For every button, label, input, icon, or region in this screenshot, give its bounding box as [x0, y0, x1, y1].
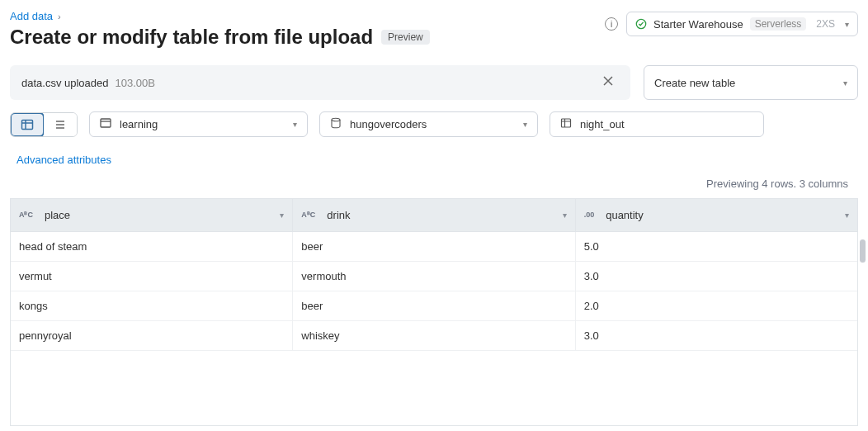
table-cell: vermouth — [293, 262, 575, 291]
table-name-value: night_out — [580, 118, 753, 130]
page-title: Create or modify table from file upload — [10, 26, 373, 49]
uploaded-file-name: data.csv uploaded — [21, 77, 109, 89]
table-row: kongs beer 2.0 — [11, 291, 857, 321]
column-header[interactable]: .00 quantity ▾ — [576, 199, 857, 231]
warehouse-name: Starter Warehouse — [653, 18, 743, 31]
table-cell: beer — [293, 291, 575, 320]
schema-icon — [330, 117, 342, 131]
table-cell: 2.0 — [576, 291, 857, 320]
column-header[interactable]: AᴮC drink ▾ — [293, 199, 575, 231]
column-name: place — [45, 209, 70, 221]
column-name: quantity — [606, 209, 644, 221]
chevron-right-icon: › — [58, 12, 61, 21]
table-action-label: Create new table — [654, 77, 843, 89]
column-menu-button[interactable]: ▾ — [280, 211, 284, 220]
preview-status: Previewing 4 rows. 3 columns — [10, 178, 858, 190]
grid-view-button[interactable] — [10, 112, 45, 137]
warehouse-size: 2XS — [816, 18, 835, 30]
svg-rect-4 — [562, 119, 571, 127]
breadcrumb-parent-link[interactable]: Add data — [10, 10, 53, 22]
advanced-attributes-link[interactable]: Advanced attributes — [17, 154, 111, 166]
breadcrumb: Add data › — [10, 7, 605, 24]
chevron-down-icon: ▾ — [523, 120, 527, 129]
schema-select[interactable]: hungovercoders ▾ — [319, 111, 538, 137]
chevron-down-icon: ▾ — [293, 120, 297, 129]
table-row: pennyroyal whiskey 3.0 — [11, 321, 857, 351]
string-type-icon: AᴮC — [301, 211, 315, 219]
svg-rect-1 — [22, 120, 33, 129]
list-view-button[interactable] — [44, 113, 77, 136]
preview-table: AᴮC place ▾ AᴮC drink ▾ .00 quantity ▾ h… — [10, 198, 858, 426]
table-cell: vermut — [11, 262, 293, 291]
table-row: vermut vermouth 3.0 — [11, 262, 857, 291]
number-type-icon: .00 — [584, 211, 595, 219]
table-header-row: AᴮC place ▾ AᴮC drink ▾ .00 quantity ▾ — [11, 198, 857, 232]
table-cell: 3.0 — [576, 321, 857, 350]
view-toggle-group — [10, 112, 78, 137]
column-menu-button[interactable]: ▾ — [563, 211, 567, 220]
remove-file-button[interactable] — [597, 73, 619, 92]
table-cell: kongs — [11, 291, 293, 320]
catalog-value: learning — [120, 118, 293, 130]
table-cell: head of steam — [11, 232, 293, 261]
table-cell: beer — [293, 232, 575, 261]
uploaded-file-size: 103.00B — [116, 77, 155, 89]
table-cell: 3.0 — [576, 262, 857, 291]
schema-value: hungovercoders — [350, 118, 523, 130]
string-type-icon: AᴮC — [19, 211, 33, 219]
table-row: head of steam beer 5.0 — [11, 232, 857, 262]
column-name: drink — [327, 209, 350, 221]
close-icon — [602, 75, 614, 87]
chevron-down-icon: ▾ — [843, 78, 847, 88]
table-cell: pennyroyal — [11, 321, 293, 350]
table-name-input[interactable]: night_out — [550, 111, 764, 137]
table-cell: whiskey — [293, 321, 575, 350]
chevron-down-icon: ▾ — [845, 20, 849, 29]
warehouse-selector[interactable]: Starter Warehouse Serverless 2XS ▾ — [626, 12, 858, 36]
preview-badge: Preview — [381, 30, 430, 45]
warehouse-type-badge: Serverless — [750, 17, 807, 31]
scrollbar-thumb[interactable] — [860, 239, 866, 263]
svg-point-3 — [332, 118, 340, 121]
list-icon — [54, 118, 67, 131]
svg-rect-2 — [101, 119, 111, 127]
uploaded-file-box: data.csv uploaded 103.00B — [10, 65, 630, 100]
table-icon — [560, 117, 572, 131]
catalog-icon — [100, 117, 111, 131]
info-icon[interactable]: i — [605, 17, 618, 31]
table-cell: 5.0 — [576, 232, 857, 261]
table-grid-icon — [21, 118, 34, 131]
column-menu-button[interactable]: ▾ — [845, 211, 849, 220]
catalog-select[interactable]: learning ▾ — [89, 111, 308, 137]
table-action-select[interactable]: Create new table ▾ — [644, 65, 858, 100]
status-running-icon — [635, 18, 647, 30]
column-header[interactable]: AᴮC place ▾ — [11, 199, 293, 231]
